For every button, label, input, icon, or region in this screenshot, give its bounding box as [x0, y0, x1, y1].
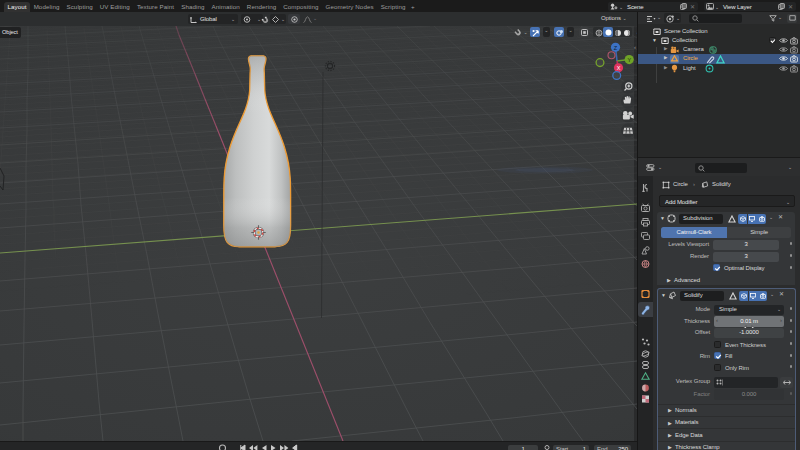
svg-text:Y: Y	[627, 57, 631, 63]
svg-text:‹: ‹	[634, 44, 636, 50]
svg-text:X: X	[617, 65, 621, 71]
